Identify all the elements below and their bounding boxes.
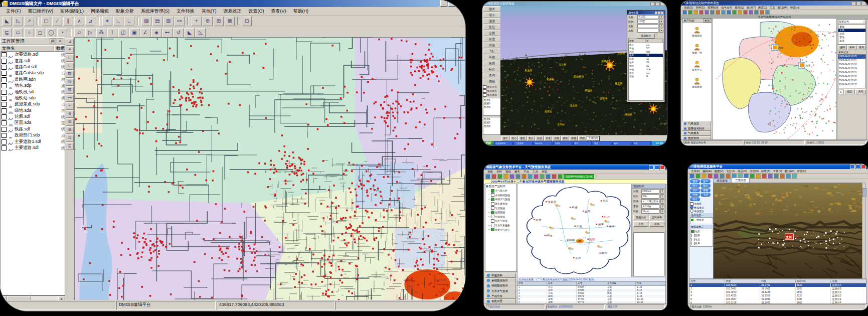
menu-item-3[interactable]: 服务 [513, 170, 522, 174]
maximize-button[interactable] [655, 2, 660, 6]
city-map-canvas[interactable] [75, 38, 465, 301]
corner-copy-icon[interactable]: ∟ [113, 17, 123, 26]
nav-button-6[interactable]: 环绕 [690, 193, 700, 197]
toolbar-icon-11[interactable] [743, 10, 748, 15]
half-icon[interactable]: ⊶ [66, 94, 74, 102]
toolbar-icon-3[interactable] [503, 174, 508, 179]
edit-box-icon[interactable]: ◈ [151, 28, 161, 38]
table-icon[interactable]: ✶ [66, 46, 74, 54]
toolbar-icon-10[interactable] [546, 174, 551, 179]
toolbar-icon-11[interactable] [552, 174, 557, 179]
menu-item-4[interactable]: 产品 [522, 170, 531, 174]
nav-button-1[interactable]: 放大 [701, 179, 711, 183]
menu-item-2[interactable]: 实体编辑(L) [57, 8, 87, 15]
panel-button-1-0[interactable]: 上传 [633, 221, 648, 227]
signal-button-0[interactable]: 编辑 [838, 45, 847, 50]
nav-button-8[interactable]: 停止 [690, 197, 700, 201]
accordion-bar-2[interactable]: 城镇预报制作 [485, 283, 516, 288]
panel-button-0-0[interactable]: 预报生成 [633, 215, 648, 220]
param-col-header[interactable]: 值 [646, 39, 663, 43]
file-row-15[interactable]: 主要道路.sdl线 [1, 145, 65, 151]
minimize-button[interactable] [650, 2, 655, 6]
menu-item-0[interactable]: 文件(F) [690, 170, 701, 173]
record-row-1[interactable]: 2009-04-06 20:11 [838, 59, 865, 63]
param-row-0[interactable]: 烟点2.1 [629, 43, 663, 47]
undo-icon[interactable]: ◺ [196, 28, 206, 38]
tree-item-4[interactable]: 气温预报 [485, 206, 516, 210]
grid-edit-icon[interactable]: ∟ [124, 17, 134, 26]
signal-item-3[interactable]: 雷电 [838, 36, 865, 39]
tree-item-3[interactable]: 降水量预报 [485, 202, 516, 206]
rows-icon[interactable]: ▨ [66, 70, 74, 78]
mini-list-0[interactable]: 图层1图层2图层3 [483, 98, 501, 116]
link-icon[interactable]: ◣ [185, 28, 195, 38]
table-col-header[interactable]: 站名 [547, 282, 577, 285]
start-button[interactable]: 开始 [482, 141, 493, 145]
toolbar-icon-1[interactable] [688, 10, 692, 15]
minus-box-icon[interactable]: ⊕ [66, 110, 74, 118]
record-row-7[interactable]: 2009-04-06 20:52 [838, 83, 865, 87]
menu-item-7[interactable]: 工具(T) [772, 170, 783, 173]
forecast-field-value[interactable]: 天气现象 [641, 204, 659, 209]
arc-icon[interactable]: ∧ [74, 17, 84, 26]
record-row-0[interactable]: 2009-04-06 20:05 [838, 55, 865, 59]
view-button-1[interactable]: 缩小 [510, 136, 518, 141]
accordion-bar-3[interactable]: 灾害天气监测 [485, 288, 516, 293]
menu-item-4[interactable]: 场景(C) [737, 170, 748, 173]
dialog-max-button[interactable] [658, 12, 660, 14]
forecast-table[interactable]: 序号站名站号天气现象气温1长沙57687小雨9~152岳阳57584小雨8~14… [517, 281, 666, 304]
big-terrain-check[interactable]: 大地形 [690, 202, 713, 206]
toolbar-icon-5[interactable] [710, 10, 715, 15]
panel-close-icon[interactable]: × [57, 38, 63, 44]
move-icon[interactable]: ⊶ [175, 17, 185, 26]
menu-item-7[interactable]: 其他(T) [199, 8, 220, 15]
minimize-button[interactable] [649, 165, 654, 170]
maximize-button[interactable]: □ [448, 1, 455, 7]
pin-icon[interactable]: 回 [50, 38, 56, 44]
dropdown-arrow-icon[interactable]: ▾ [862, 21, 865, 23]
menu-item-1[interactable]: 编辑(E) [702, 170, 713, 173]
pointer-icon[interactable]: ↗ [24, 17, 34, 26]
tree-item-5[interactable]: 短期预报 [485, 210, 516, 215]
select-arrow-icon[interactable]: ▱ [74, 28, 84, 38]
nav-button-3[interactable]: 复位 [701, 184, 711, 188]
snap-icon[interactable]: ⊿ [85, 17, 95, 26]
menu-item-4[interactable]: 影象分析 [113, 8, 137, 15]
file-checkbox[interactable] [2, 102, 7, 107]
file-row-0[interactable]: 次要道路.sdl线 [1, 52, 65, 58]
menu-item-11[interactable]: 帮助(H) [290, 8, 312, 15]
user-item-0[interactable]: 预报值班 [682, 23, 712, 40]
column-filename[interactable]: 文件名 [0, 45, 54, 52]
file-checkbox[interactable] [2, 145, 7, 150]
file-row-13[interactable]: 政府部门.sdp点 [1, 132, 65, 138]
add-point-icon[interactable]: ▣ [129, 28, 139, 38]
record-row-5[interactable]: 2009-04-06 20:38 [838, 75, 865, 79]
scene2-item[interactable]: 地形 [695, 230, 700, 233]
scene2-item[interactable]: 影像 [695, 234, 700, 237]
mini-list-item[interactable]: 图层3 [483, 105, 500, 109]
window-icon[interactable]: ⊡ [242, 17, 252, 26]
record-row-4[interactable]: 2009-04-06 20:31 [838, 71, 865, 75]
file-checkbox[interactable] [2, 65, 7, 70]
nav-button-5[interactable]: 俯视 [701, 188, 711, 192]
file-row-5[interactable]: 地名.sdp点 [1, 83, 65, 89]
toolbar-icon-15[interactable] [765, 10, 770, 15]
points-row-2[interactable]: 3103.487331.12482840监测点C [689, 290, 866, 294]
tab-1[interactable]: 三维浏览 [732, 178, 750, 183]
box-icon[interactable]: ∟ [66, 54, 74, 62]
close-button[interactable] [861, 165, 866, 169]
panel-button-1-1[interactable]: 退出 [649, 221, 664, 227]
mini-list-item[interactable]: 图层2 [483, 121, 500, 124]
sidebar-button-8[interactable]: 环绕 [483, 55, 501, 60]
tree-item-6[interactable]: 中期预报 [485, 215, 516, 219]
sidebar-button-6[interactable]: 后退 [483, 43, 501, 48]
param-row-5[interactable]: 坡度26 [629, 61, 663, 64]
menu-item-8[interactable]: 窗口(W) [777, 6, 789, 10]
toolbar-icon-7[interactable] [721, 10, 726, 15]
toolbar-icon-12[interactable] [749, 10, 753, 15]
minimize-button[interactable]: _ [440, 1, 447, 7]
signal-button-2[interactable]: 查询 [857, 45, 866, 50]
menu-item-3[interactable]: 信号发布 [720, 6, 733, 10]
maximize-button[interactable] [855, 165, 860, 169]
view-button-8[interactable]: 俯视 [570, 136, 578, 141]
